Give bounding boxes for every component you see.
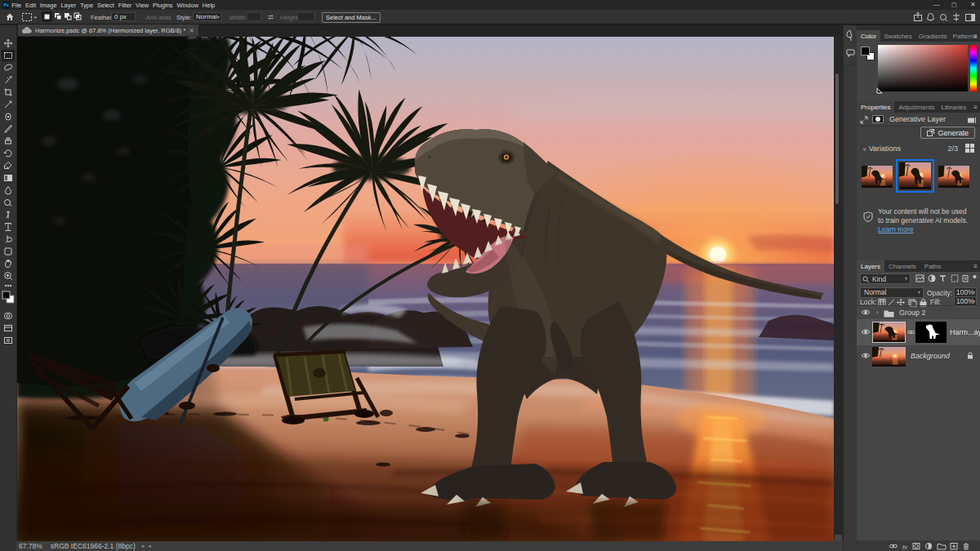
svg-text:fx: fx <box>902 544 908 551</box>
